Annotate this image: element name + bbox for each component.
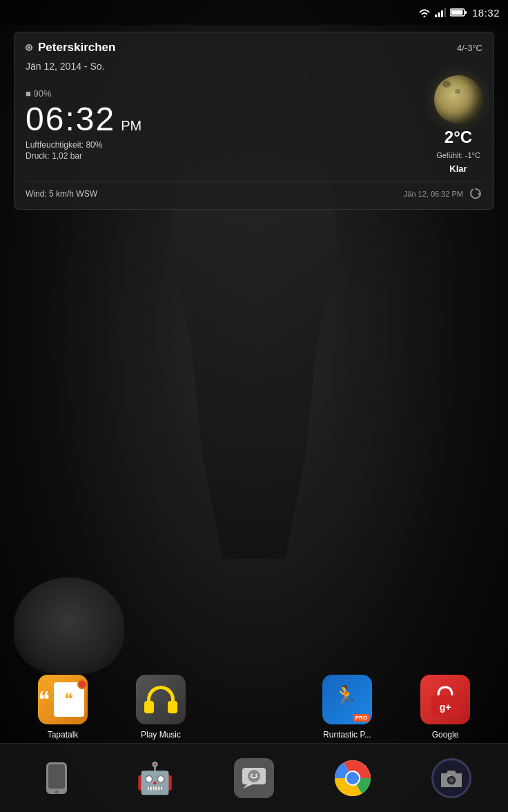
location-icon [26, 44, 32, 51]
svg-marker-15 [243, 784, 253, 789]
last-update: Jän 12, 06:32 PM [404, 190, 463, 198]
date-row: Jän 12, 2014 - So. [26, 60, 482, 72]
feels-like: Gefühlt: -1°C [436, 151, 480, 159]
headphones-right-ear [168, 701, 177, 713]
widget-main: ■ 90% 06:32 PM Luftfeuchtigkeit: 80% Dru… [26, 75, 482, 174]
clock-ampm: PM [121, 118, 141, 134]
svg-rect-12 [48, 764, 65, 789]
svg-rect-2 [438, 12, 440, 17]
app-runtastic[interactable]: PRO Runtastic P... [322, 675, 372, 740]
status-bar: 18:32 [0, 0, 508, 25]
tapatalk-icon-inner [50, 675, 88, 724]
weather-condition: Klar [449, 164, 467, 174]
play-music-label: Play Music [141, 730, 181, 740]
widget-footer: Wind: 5 km/h WSW Jän 12, 06:32 PM [26, 181, 482, 201]
svg-rect-3 [441, 10, 443, 17]
dock-installer[interactable]: 🤖 [135, 758, 175, 798]
dock-phone[interactable] [37, 758, 77, 798]
svg-point-21 [346, 772, 359, 784]
camera-dock-icon[interactable] [431, 758, 471, 798]
svg-point-0 [423, 16, 425, 18]
tapatalk-badge [77, 680, 87, 689]
play-music-icon[interactable] [136, 675, 186, 724]
runtastic-icon[interactable]: PRO [322, 675, 372, 724]
runtastic-label: Runtastic P... [323, 730, 371, 740]
humidity-pressure: Luftfeuchtigkeit: 80% Druck: 1,02 bar [26, 140, 434, 161]
svg-rect-1 [435, 14, 437, 17]
chrome-dock-icon[interactable] [333, 758, 373, 798]
svg-rect-4 [444, 8, 446, 17]
time-display: 06:32 PM [26, 103, 434, 136]
google-plus-graphic: g+ [427, 682, 463, 717]
phone-icon [41, 761, 72, 795]
dock-messages[interactable] [234, 758, 274, 798]
svg-point-24 [449, 778, 453, 782]
widget-right: 2°C Gefühlt: -1°C Klar [434, 75, 482, 174]
pro-badge: PRO [353, 714, 369, 722]
google-plus-label: Google [432, 730, 459, 740]
message-dock-icon[interactable] [234, 758, 274, 798]
quote-paper [54, 682, 84, 717]
signal-icon [435, 8, 446, 17]
humidity: Luftfeuchtigkeit: 80% [26, 140, 434, 150]
app-google-plus[interactable]: g+ Google [420, 675, 470, 740]
temp-range: 4/-3°C [457, 43, 482, 53]
footer-right: Jän 12, 06:32 PM [404, 187, 482, 201]
tapatalk-label: Tapatalk [48, 730, 79, 740]
svg-marker-8 [478, 192, 480, 196]
app-row: Tapatalk Play Music PRO Runtastic P... [0, 675, 508, 740]
widget-left: ■ 90% 06:32 PM Luftfeuchtigkeit: 80% Dru… [26, 88, 434, 161]
location-row: Peterskirchen [26, 41, 115, 55]
installer-dock-icon[interactable]: 🤖 [135, 758, 175, 798]
svg-point-18 [255, 773, 257, 775]
svg-rect-7 [451, 10, 462, 15]
clock-time: 06:32 [26, 103, 115, 136]
refresh-icon[interactable] [469, 187, 482, 201]
app-tapatalk[interactable]: Tapatalk [38, 675, 88, 740]
svg-point-13 [55, 790, 58, 793]
svg-point-16 [248, 770, 260, 782]
headphones-arc [147, 686, 175, 702]
wifi-icon [418, 8, 431, 17]
widget-header: Peterskirchen 4/-3°C [26, 41, 482, 55]
widget-date: Jän 12, 2014 - So. [26, 61, 104, 72]
app-play-music[interactable]: Play Music [136, 675, 186, 740]
temp-current: 2°C [444, 128, 472, 147]
empty-slot [234, 700, 274, 740]
phone-dock-icon[interactable] [37, 758, 77, 798]
svg-point-25 [449, 774, 451, 776]
weather-widget[interactable]: Peterskirchen 4/-3°C Jän 12, 2014 - So. … [14, 32, 494, 210]
svg-text:g+: g+ [440, 702, 451, 713]
pressure: Druck: 1,02 bar [26, 151, 434, 161]
weather-moon-icon [434, 75, 482, 123]
svg-rect-6 [465, 11, 467, 14]
location-name: Peterskirchen [38, 41, 115, 55]
battery-percentage: ■ 90% [26, 88, 434, 99]
wind-info: Wind: 5 km/h WSW [26, 189, 97, 199]
tapatalk-icon[interactable] [38, 675, 88, 724]
chrome-icon [334, 760, 371, 797]
camera-icon [438, 766, 465, 790]
svg-point-17 [251, 773, 252, 775]
skull-decoration [14, 577, 124, 674]
status-time: 18:32 [472, 7, 500, 19]
runner-graphic [333, 684, 361, 715]
dock-camera[interactable] [431, 758, 471, 798]
battery-icon [450, 8, 468, 17]
status-icons: 18:32 [418, 7, 500, 19]
robot-icon: 🤖 [136, 760, 174, 796]
bottom-dock: 🤖 [0, 743, 508, 812]
google-plus-icon[interactable]: g+ [420, 675, 470, 724]
headphones-left-ear [144, 701, 154, 713]
headphones-graphic [144, 686, 177, 713]
dock-chrome[interactable] [333, 758, 373, 798]
message-icon [242, 767, 266, 789]
